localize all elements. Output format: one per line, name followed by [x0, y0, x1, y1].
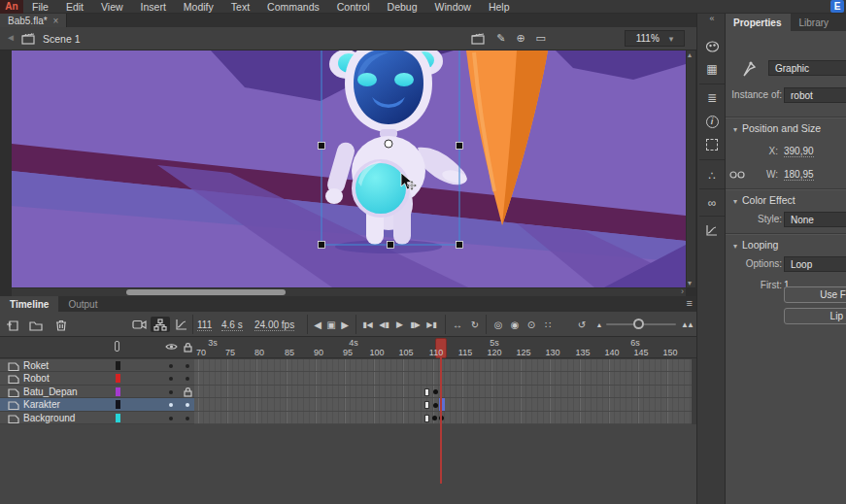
lock-dot[interactable] — [186, 377, 189, 381]
timeline-zoom-knob[interactable] — [633, 319, 644, 329]
edit-scene-icon[interactable] — [471, 31, 486, 45]
scroll-right-icon[interactable]: › — [681, 286, 684, 296]
instance-name-field[interactable]: robot — [784, 87, 846, 103]
frames-batu-depan[interactable] — [194, 386, 692, 399]
loop-range-next-icon[interactable]: ▶ — [338, 317, 352, 332]
menu-edit[interactable]: Edit — [57, 0, 92, 14]
visibility-dot[interactable] — [169, 377, 173, 381]
panel-menu-icon[interactable]: ≡ — [687, 297, 693, 309]
new-folder-button[interactable] — [27, 317, 45, 332]
menu-commands[interactable]: Commands — [258, 0, 328, 14]
menu-debug[interactable]: Debug — [379, 0, 426, 14]
tab-timeline[interactable]: Timeline — [0, 296, 58, 312]
collapse-panels-icon[interactable]: « — [697, 14, 727, 23]
visibility-dot[interactable] — [169, 403, 173, 407]
x-value[interactable]: 390,90 — [784, 146, 814, 157]
tab-library[interactable]: Library — [791, 14, 838, 31]
menu-file[interactable]: File — [23, 0, 57, 14]
layer-row-roket[interactable]: Roket — [0, 359, 194, 373]
particles-panel-icon[interactable]: ∴ — [700, 165, 724, 186]
visibility-dot[interactable] — [169, 417, 173, 420]
w-value[interactable]: 180,95 — [784, 169, 814, 181]
info-panel-icon[interactable]: i — [700, 111, 724, 132]
scroll-down-icon[interactable]: ▾ — [688, 279, 692, 287]
stage-canvas[interactable] — [12, 50, 686, 287]
frames-background[interactable] — [194, 412, 692, 425]
layer-row-robot[interactable]: Robot — [0, 372, 194, 386]
menu-help[interactable]: Help — [480, 0, 519, 14]
add-camera-button[interactable] — [130, 317, 148, 332]
modify-onion-markers-button[interactable]: ∷ — [539, 317, 557, 332]
zoom-level-dropdown[interactable]: 111% ▾ — [625, 30, 685, 47]
link-width-height-icon[interactable] — [729, 168, 745, 182]
loop-range-prev-icon[interactable]: ◀ — [311, 317, 324, 332]
motion-editor-panel-icon[interactable] — [700, 219, 724, 241]
stage-horizontal-scrollbar[interactable]: › — [12, 288, 686, 296]
first-frame-button[interactable]: ▮◀ — [359, 317, 376, 332]
symbol-type-dropdown[interactable]: Graphic — [768, 60, 846, 76]
current-frame-value[interactable]: 111 — [197, 319, 212, 331]
keyframe-dot[interactable] — [432, 416, 437, 420]
loop-range-frame-icon[interactable]: ▣ — [324, 317, 338, 332]
color-panel-icon[interactable] — [700, 35, 724, 56]
swatches-panel-icon[interactable]: ▦ — [700, 58, 724, 80]
span-end-marker[interactable] — [424, 388, 429, 396]
creative-cloud-icon[interactable]: ∞ — [700, 192, 724, 214]
show-layer-depth-button[interactable] — [173, 317, 190, 332]
play-button[interactable]: ▶ — [392, 317, 407, 332]
keyframe-dot[interactable] — [433, 403, 438, 408]
use-frame-picker-button[interactable]: Use Fra — [784, 286, 846, 303]
new-layer-button[interactable] — [4, 317, 21, 332]
visibility-dot[interactable] — [169, 390, 173, 394]
step-back-button[interactable]: ◀▮ — [376, 317, 392, 332]
lock-dot[interactable] — [186, 364, 189, 368]
keyframe-dot[interactable] — [433, 389, 438, 394]
elapsed-time-value[interactable]: 4.6 s — [221, 319, 243, 331]
layer-outline-color[interactable] — [116, 374, 120, 383]
center-stage-icon[interactable]: ⊕ — [516, 31, 525, 45]
tab-properties[interactable]: Properties — [726, 14, 791, 31]
document-tab[interactable]: Bab5.fla* × — [0, 14, 67, 27]
lip-syncing-button[interactable]: Lip S — [784, 308, 846, 324]
frames-robot[interactable] — [194, 372, 692, 386]
layer-outline-color[interactable] — [116, 387, 120, 396]
frames-karakter[interactable] — [194, 398, 692, 412]
loop-playback-button[interactable]: ↻ — [466, 317, 484, 332]
last-frame-button[interactable]: ▶▮ — [423, 317, 440, 332]
frame-rate-value[interactable]: 24.00 fps — [254, 319, 294, 331]
playhead-line[interactable] — [440, 357, 442, 484]
layer-row-batu-depan[interactable]: Batu_Depan — [0, 386, 194, 399]
scroll-up-icon[interactable]: ▴ — [688, 50, 692, 59]
frames-roket[interactable] — [194, 359, 692, 373]
menu-text[interactable]: Text — [222, 0, 258, 14]
visibility-dot[interactable] — [169, 364, 173, 368]
show-parenting-view-button[interactable] — [151, 317, 170, 332]
lock-dot[interactable] — [186, 403, 189, 407]
menu-insert[interactable]: Insert — [132, 0, 175, 14]
step-forward-button[interactable]: ▮▶ — [407, 317, 423, 332]
hscroll-thumb[interactable] — [126, 289, 286, 295]
lock-dot[interactable] — [186, 417, 189, 420]
center-playhead-button[interactable]: ↔ — [449, 317, 466, 332]
align-panel-icon[interactable]: ≣ — [700, 87, 724, 109]
span-end-marker[interactable] — [424, 415, 429, 422]
back-arrow-icon[interactable]: ◄ — [6, 32, 16, 43]
delete-layer-button[interactable] — [52, 317, 70, 332]
layer-row-karakter[interactable]: Karakter — [0, 398, 194, 412]
close-tab-icon[interactable]: × — [53, 16, 59, 26]
outline-color-column-icon[interactable] — [115, 341, 119, 352]
onion-skin-button[interactable]: ◎ — [490, 317, 507, 332]
section-position-size[interactable]: ▾Position and Size — [733, 122, 846, 134]
section-looping[interactable]: ▾Looping — [733, 239, 846, 251]
menu-modify[interactable]: Modify — [175, 0, 222, 14]
loop-options-dropdown[interactable]: Loop — [784, 256, 846, 272]
edit-symbols-icon[interactable]: ✎ — [496, 31, 505, 45]
lock-icon[interactable] — [183, 386, 193, 397]
reset-timeline-zoom-button[interactable]: ↺ — [573, 317, 591, 332]
eye-column-icon[interactable] — [165, 342, 178, 352]
section-color-effect[interactable]: ▾Color Effect — [733, 194, 846, 206]
menu-view[interactable]: View — [92, 0, 132, 14]
stage-vertical-scrollbar[interactable]: ▴ ▾ — [687, 50, 695, 287]
menu-control[interactable]: Control — [328, 0, 379, 14]
clip-content-icon[interactable]: ▭ — [536, 31, 546, 45]
